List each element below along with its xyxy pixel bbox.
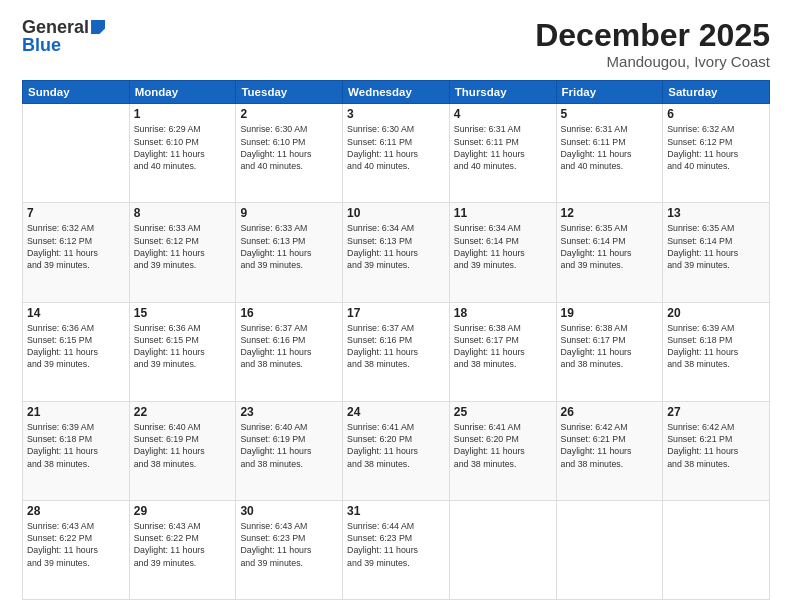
col-monday: Monday (129, 81, 236, 104)
calendar-cell (663, 500, 770, 599)
day-info: Sunrise: 6:29 AM Sunset: 6:10 PM Dayligh… (134, 124, 205, 171)
day-number: 9 (240, 206, 338, 220)
day-info: Sunrise: 6:37 AM Sunset: 6:16 PM Dayligh… (240, 323, 311, 370)
day-info: Sunrise: 6:44 AM Sunset: 6:23 PM Dayligh… (347, 521, 418, 568)
day-info: Sunrise: 6:30 AM Sunset: 6:10 PM Dayligh… (240, 124, 311, 171)
col-friday: Friday (556, 81, 663, 104)
day-number: 5 (561, 107, 659, 121)
calendar-cell: 4Sunrise: 6:31 AM Sunset: 6:11 PM Daylig… (449, 104, 556, 203)
title-month: December 2025 (535, 18, 770, 53)
day-info: Sunrise: 6:36 AM Sunset: 6:15 PM Dayligh… (27, 323, 98, 370)
day-info: Sunrise: 6:43 AM Sunset: 6:23 PM Dayligh… (240, 521, 311, 568)
day-number: 23 (240, 405, 338, 419)
day-number: 12 (561, 206, 659, 220)
calendar-cell: 2Sunrise: 6:30 AM Sunset: 6:10 PM Daylig… (236, 104, 343, 203)
calendar-cell: 24Sunrise: 6:41 AM Sunset: 6:20 PM Dayli… (343, 401, 450, 500)
day-info: Sunrise: 6:34 AM Sunset: 6:13 PM Dayligh… (347, 223, 418, 270)
day-info: Sunrise: 6:32 AM Sunset: 6:12 PM Dayligh… (667, 124, 738, 171)
day-number: 24 (347, 405, 445, 419)
col-wednesday: Wednesday (343, 81, 450, 104)
day-number: 25 (454, 405, 552, 419)
calendar-cell: 14Sunrise: 6:36 AM Sunset: 6:15 PM Dayli… (23, 302, 130, 401)
calendar-week-1: 1Sunrise: 6:29 AM Sunset: 6:10 PM Daylig… (23, 104, 770, 203)
calendar-cell: 26Sunrise: 6:42 AM Sunset: 6:21 PM Dayli… (556, 401, 663, 500)
calendar-cell: 29Sunrise: 6:43 AM Sunset: 6:22 PM Dayli… (129, 500, 236, 599)
calendar-cell: 9Sunrise: 6:33 AM Sunset: 6:13 PM Daylig… (236, 203, 343, 302)
col-saturday: Saturday (663, 81, 770, 104)
calendar-cell: 21Sunrise: 6:39 AM Sunset: 6:18 PM Dayli… (23, 401, 130, 500)
day-info: Sunrise: 6:38 AM Sunset: 6:17 PM Dayligh… (454, 323, 525, 370)
day-number: 31 (347, 504, 445, 518)
day-info: Sunrise: 6:34 AM Sunset: 6:14 PM Dayligh… (454, 223, 525, 270)
day-number: 10 (347, 206, 445, 220)
day-info: Sunrise: 6:43 AM Sunset: 6:22 PM Dayligh… (27, 521, 98, 568)
day-number: 29 (134, 504, 232, 518)
day-number: 26 (561, 405, 659, 419)
day-number: 17 (347, 306, 445, 320)
day-number: 4 (454, 107, 552, 121)
day-number: 15 (134, 306, 232, 320)
logo-icon (91, 20, 105, 34)
page: General Blue December 2025 Mandougou, Iv… (0, 0, 792, 612)
calendar-week-2: 7Sunrise: 6:32 AM Sunset: 6:12 PM Daylig… (23, 203, 770, 302)
calendar-cell: 22Sunrise: 6:40 AM Sunset: 6:19 PM Dayli… (129, 401, 236, 500)
day-number: 11 (454, 206, 552, 220)
calendar-cell: 28Sunrise: 6:43 AM Sunset: 6:22 PM Dayli… (23, 500, 130, 599)
title-block: December 2025 Mandougou, Ivory Coast (535, 18, 770, 70)
day-number: 19 (561, 306, 659, 320)
calendar-cell: 31Sunrise: 6:44 AM Sunset: 6:23 PM Dayli… (343, 500, 450, 599)
day-info: Sunrise: 6:41 AM Sunset: 6:20 PM Dayligh… (454, 422, 525, 469)
day-number: 30 (240, 504, 338, 518)
calendar-cell: 30Sunrise: 6:43 AM Sunset: 6:23 PM Dayli… (236, 500, 343, 599)
header: General Blue December 2025 Mandougou, Iv… (22, 18, 770, 70)
col-sunday: Sunday (23, 81, 130, 104)
col-tuesday: Tuesday (236, 81, 343, 104)
day-number: 27 (667, 405, 765, 419)
day-number: 1 (134, 107, 232, 121)
day-number: 21 (27, 405, 125, 419)
day-number: 3 (347, 107, 445, 121)
day-info: Sunrise: 6:36 AM Sunset: 6:15 PM Dayligh… (134, 323, 205, 370)
day-info: Sunrise: 6:32 AM Sunset: 6:12 PM Dayligh… (27, 223, 98, 270)
calendar-table: Sunday Monday Tuesday Wednesday Thursday… (22, 80, 770, 600)
title-location: Mandougou, Ivory Coast (535, 53, 770, 70)
calendar-cell: 16Sunrise: 6:37 AM Sunset: 6:16 PM Dayli… (236, 302, 343, 401)
day-info: Sunrise: 6:43 AM Sunset: 6:22 PM Dayligh… (134, 521, 205, 568)
col-thursday: Thursday (449, 81, 556, 104)
calendar-cell: 3Sunrise: 6:30 AM Sunset: 6:11 PM Daylig… (343, 104, 450, 203)
day-info: Sunrise: 6:35 AM Sunset: 6:14 PM Dayligh… (667, 223, 738, 270)
day-info: Sunrise: 6:42 AM Sunset: 6:21 PM Dayligh… (561, 422, 632, 469)
calendar-cell: 25Sunrise: 6:41 AM Sunset: 6:20 PM Dayli… (449, 401, 556, 500)
calendar-cell: 8Sunrise: 6:33 AM Sunset: 6:12 PM Daylig… (129, 203, 236, 302)
calendar-cell: 17Sunrise: 6:37 AM Sunset: 6:16 PM Dayli… (343, 302, 450, 401)
calendar-cell: 6Sunrise: 6:32 AM Sunset: 6:12 PM Daylig… (663, 104, 770, 203)
day-info: Sunrise: 6:39 AM Sunset: 6:18 PM Dayligh… (27, 422, 98, 469)
calendar-cell: 10Sunrise: 6:34 AM Sunset: 6:13 PM Dayli… (343, 203, 450, 302)
calendar-week-4: 21Sunrise: 6:39 AM Sunset: 6:18 PM Dayli… (23, 401, 770, 500)
day-number: 13 (667, 206, 765, 220)
day-number: 16 (240, 306, 338, 320)
calendar-cell: 12Sunrise: 6:35 AM Sunset: 6:14 PM Dayli… (556, 203, 663, 302)
day-number: 22 (134, 405, 232, 419)
day-info: Sunrise: 6:41 AM Sunset: 6:20 PM Dayligh… (347, 422, 418, 469)
day-info: Sunrise: 6:33 AM Sunset: 6:13 PM Dayligh… (240, 223, 311, 270)
calendar-cell: 5Sunrise: 6:31 AM Sunset: 6:11 PM Daylig… (556, 104, 663, 203)
day-info: Sunrise: 6:30 AM Sunset: 6:11 PM Dayligh… (347, 124, 418, 171)
day-number: 8 (134, 206, 232, 220)
day-info: Sunrise: 6:31 AM Sunset: 6:11 PM Dayligh… (454, 124, 525, 171)
calendar-cell: 11Sunrise: 6:34 AM Sunset: 6:14 PM Dayli… (449, 203, 556, 302)
day-info: Sunrise: 6:31 AM Sunset: 6:11 PM Dayligh… (561, 124, 632, 171)
day-info: Sunrise: 6:35 AM Sunset: 6:14 PM Dayligh… (561, 223, 632, 270)
day-info: Sunrise: 6:33 AM Sunset: 6:12 PM Dayligh… (134, 223, 205, 270)
calendar-week-3: 14Sunrise: 6:36 AM Sunset: 6:15 PM Dayli… (23, 302, 770, 401)
day-info: Sunrise: 6:40 AM Sunset: 6:19 PM Dayligh… (134, 422, 205, 469)
day-number: 28 (27, 504, 125, 518)
day-number: 14 (27, 306, 125, 320)
calendar-cell (449, 500, 556, 599)
day-number: 20 (667, 306, 765, 320)
calendar-cell: 7Sunrise: 6:32 AM Sunset: 6:12 PM Daylig… (23, 203, 130, 302)
calendar-cell: 20Sunrise: 6:39 AM Sunset: 6:18 PM Dayli… (663, 302, 770, 401)
calendar-cell: 15Sunrise: 6:36 AM Sunset: 6:15 PM Dayli… (129, 302, 236, 401)
calendar-cell (23, 104, 130, 203)
header-row: Sunday Monday Tuesday Wednesday Thursday… (23, 81, 770, 104)
